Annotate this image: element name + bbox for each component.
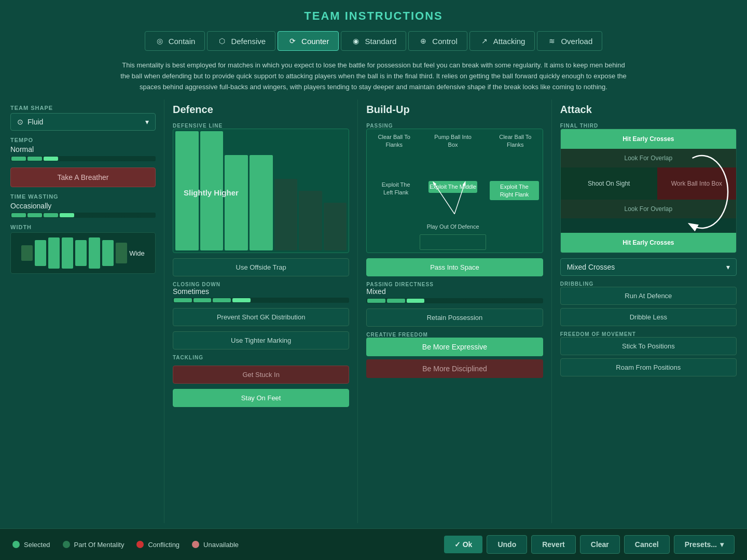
defensive-line-viz: Slightly Higher [173,129,349,253]
dribbling-section: DRIBBLING Run At Defence Dribble Less [560,281,737,326]
def-bar-5 [274,179,298,250]
dribble-less-button[interactable]: Dribble Less [560,308,737,326]
stick-to-positions-button[interactable]: Stick To Positions [560,337,737,355]
def-bar-4 [250,155,273,250]
presets-button[interactable]: Presets... ▾ [674,535,735,554]
team-shape-section: TEAM SHAPE ⊙ Fluid ▾ [10,105,156,131]
mentality-description: This mentality is best employed for matc… [88,56,659,100]
tempo-seg-4 [60,157,74,161]
overload-icon: ≋ [547,36,557,46]
passing-viz: Clear Ball ToFlanks Pump Ball Into Box C… [366,129,543,253]
selected-dot [12,541,20,548]
pass-opt-exploit-left[interactable]: Exploit TheLeft Flank [372,181,419,196]
tempo-seg-7 [108,157,122,161]
legend-selected: Selected [12,541,50,549]
tab-counter[interactable]: ⟳ Counter [278,31,339,51]
pass-opt-clear-left[interactable]: Clear Ball ToFlanks [369,133,419,148]
prevent-gk-button[interactable]: Prevent Short GK Distribution [173,308,349,326]
ft-shoot-on-sight[interactable]: Shoot On Sight [561,167,657,200]
width-bar-5 [75,240,87,266]
tempo-slider[interactable] [10,156,156,161]
final-third-viz: Hit Early Crosses Look For Overlap Shoot… [560,129,737,253]
width-bar-6 [89,237,100,269]
ok-button[interactable]: ✓ Ok [444,536,483,553]
roam-from-positions-button[interactable]: Roam From Positions [560,358,737,376]
time-wasting-section: TIME WASTING Occasionally [10,193,156,218]
legend: Selected Part Of Mentality Conflicting U… [12,541,239,549]
final-third-section: FINAL THIRD Hit Early Crosses Look For O… [560,123,737,253]
tab-contain[interactable]: ◎ Contain [145,31,205,51]
passing-section: PASSING Clear Ball ToFlanks Pump Ball In… [366,123,543,253]
tw-seg-9 [140,213,155,217]
tighter-marking-button[interactable]: Use Tighter Marking [173,331,349,349]
main-content: TEAM SHAPE ⊙ Fluid ▾ TEMPO Normal [0,100,747,528]
fluid-icon: ⊙ [17,118,23,126]
undo-button[interactable]: Undo [487,535,527,554]
def-line-label: Slightly Higher [184,188,239,197]
tempo-seg-6 [92,157,106,161]
width-bar-2 [35,240,46,266]
control-icon: ⊕ [418,36,428,46]
pass-bottom-rect [420,234,487,250]
pass-opt-exploit-right[interactable]: Exploit TheRight Flank [490,181,539,200]
defensive-icon: ⬡ [217,36,227,46]
stay-on-feet-button[interactable]: Stay On Feet [173,389,349,407]
closing-down-slider[interactable] [173,298,349,303]
tempo-section: TEMPO Normal [10,137,156,161]
revert-button[interactable]: Revert [531,535,576,554]
contain-icon: ◎ [155,36,165,46]
defence-panel: Defence DEFENSIVE LINE Slightly Higher U… [173,100,349,523]
tab-attacking[interactable]: ↗ Attacking [469,31,535,51]
tempo-seg-5 [76,157,90,161]
take-breather-button[interactable]: Take A Breather [10,167,156,187]
mentality-dot [63,541,70,548]
offside-trap-button[interactable]: Use Offside Trap [173,258,349,276]
header: TEAM INSTRUCTIONS [0,0,747,28]
tab-standard[interactable]: ◉ Standard [341,31,406,51]
get-stuck-in-button[interactable]: Get Stuck In [173,366,349,384]
be-more-disciplined-button[interactable]: Be More Disciplined [366,359,543,378]
cancel-button[interactable]: Cancel [624,535,670,554]
pass-opt-pump-box[interactable]: Pump Ball Into Box [430,133,476,148]
tempo-seg-1 [11,157,26,161]
mixed-crosses-dropdown[interactable]: Mixed Crosses ▾ [560,258,737,276]
tw-seg-6 [92,213,106,217]
tab-control[interactable]: ⊕ Control [408,31,467,51]
width-bar-4 [62,237,73,269]
team-shape-dropdown[interactable]: ⊙ Fluid ▾ [10,113,156,131]
left-panel: TEAM SHAPE ⊙ Fluid ▾ TEMPO Normal [10,100,156,523]
final-third-arrows [648,148,736,236]
unavailable-dot [192,541,199,548]
chevron-down-icon-2: ▾ [726,263,730,271]
be-more-expressive-button[interactable]: Be More Expressive [366,338,543,356]
tw-seg-5 [76,213,90,217]
passing-directness-section: PASSING DIRECTNESS Mixed [366,282,543,303]
tw-seg-4 [60,213,74,217]
conflicting-dot [136,541,144,548]
tw-seg-7 [108,213,122,217]
pass-opt-exploit-mid[interactable]: Exploit The Middle [428,181,478,192]
footer: Selected Part Of Mentality Conflicting U… [0,528,747,560]
pass-opt-clear-right[interactable]: Clear Ball ToFlanks [491,133,540,148]
tab-defensive[interactable]: ⬡ Defensive [207,31,275,51]
width-visualization: Wide [10,232,156,274]
tackling-section: TACKLING [173,355,349,360]
divider-left [164,100,164,523]
pass-opt-play-out[interactable]: Play Out Of Defence [402,223,504,230]
tempo-seg-2 [27,157,42,161]
width-section: WIDTH Wide [10,224,156,274]
defensive-line-section: DEFENSIVE LINE Slightly Higher [173,123,349,253]
clear-button[interactable]: Clear [580,535,620,554]
time-wasting-slider[interactable] [10,213,156,218]
chevron-down-icon: ▾ [145,118,149,126]
ft-hit-early-top[interactable]: Hit Early Crosses [561,129,736,149]
pass-into-space-button[interactable]: Pass Into Space [366,258,543,276]
passing-directness-slider[interactable] [366,298,543,303]
tw-seg-1 [11,213,26,217]
legend-mentality: Part Of Mentality [63,541,125,549]
tw-seg-3 [44,213,58,217]
retain-possession-button[interactable]: Retain Possession [366,309,543,327]
buildup-panel: Build-Up PASSING Clear Ball ToFlanks Pum… [366,100,543,523]
tab-overload[interactable]: ≋ Overload [537,31,602,51]
run-at-defence-button[interactable]: Run At Defence [560,287,737,305]
